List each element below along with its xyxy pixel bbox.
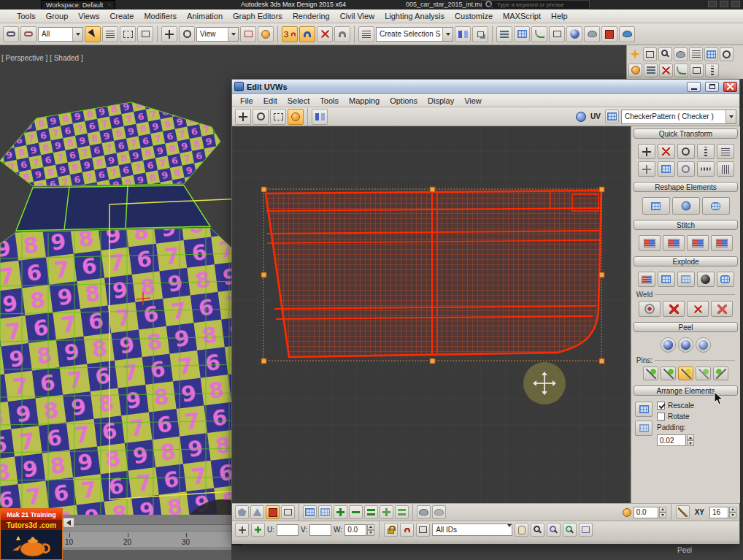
menu-customize[interactable]: Customize xyxy=(450,9,498,23)
command-panel-icon[interactable] xyxy=(689,47,703,61)
zoom-button[interactable] xyxy=(531,523,544,537)
uvw-menu-options[interactable]: Options xyxy=(385,94,423,107)
menu-views[interactable]: Views xyxy=(73,9,104,23)
w-spinner[interactable]: 0.0 xyxy=(344,524,374,536)
falloff-value[interactable]: 0.0 xyxy=(634,507,658,518)
help-icon[interactable] xyxy=(731,1,740,7)
workspace-dropdown[interactable]: Workspace: Default xyxy=(41,0,115,9)
command-panel-icon[interactable] xyxy=(628,64,642,77)
v-input[interactable] xyxy=(309,524,331,536)
named-selection-sets-dropdown[interactable]: Create Selection Se xyxy=(376,27,453,42)
weld-all-button[interactable] xyxy=(687,301,709,317)
menu-graph-editors[interactable]: Graph Editors xyxy=(228,9,288,23)
dropdown-arrow[interactable] xyxy=(228,28,238,41)
command-panel-icon[interactable] xyxy=(644,64,658,77)
select-object-button[interactable] xyxy=(85,26,101,42)
dropdown-arrow[interactable] xyxy=(72,28,82,41)
lock-selection-button[interactable] xyxy=(384,523,398,537)
pin-selected-button[interactable] xyxy=(661,367,676,380)
pan-button[interactable] xyxy=(515,523,528,537)
menu-create[interactable]: Create xyxy=(104,9,139,23)
paint-select-button[interactable] xyxy=(417,505,431,519)
weld-selected-button[interactable] xyxy=(663,301,685,317)
command-panel-icon[interactable] xyxy=(643,47,657,61)
zoom-extents-button[interactable] xyxy=(563,523,577,537)
soft-selection-falloff-button[interactable] xyxy=(250,505,264,519)
uvw-menu-file[interactable]: File xyxy=(235,94,258,107)
sync-selection-button[interactable] xyxy=(318,505,332,519)
uvw-move-button[interactable] xyxy=(235,109,251,125)
peel-reset-button[interactable] xyxy=(696,337,711,353)
curve-editor-button[interactable] xyxy=(531,26,547,42)
unlink-selection-button[interactable] xyxy=(20,26,36,42)
menu-tools[interactable]: Tools xyxy=(12,9,41,23)
axis-label[interactable]: XY xyxy=(692,507,707,518)
percent-snap-toggle-button[interactable] xyxy=(317,26,333,42)
rollout-header-explode[interactable]: Explode xyxy=(634,256,738,266)
menu-civil-view[interactable]: Civil View xyxy=(335,9,380,23)
rectangular-selection-region-button[interactable] xyxy=(120,26,136,42)
align-button[interactable] xyxy=(472,26,488,42)
render-setup-button[interactable] xyxy=(584,26,600,42)
stitch-source-button[interactable] xyxy=(663,235,685,251)
selection-filter-dropdown[interactable]: All xyxy=(38,27,83,42)
rendered-frame-window-button[interactable] xyxy=(601,26,617,42)
paint-select-add-button[interactable] xyxy=(432,505,446,519)
qt-space-v-button[interactable] xyxy=(697,161,715,177)
search-input[interactable] xyxy=(497,1,586,8)
snaps-toggle-button[interactable]: 3 xyxy=(282,26,298,42)
uvw-rotate-button[interactable] xyxy=(253,109,269,125)
command-panel-icon[interactable] xyxy=(705,64,719,77)
menu-maxscript[interactable]: MAXScript xyxy=(498,9,546,23)
select-by-name-button[interactable] xyxy=(102,26,118,42)
dropdown-arrow[interactable] xyxy=(507,524,512,535)
uvw-menu-mapping[interactable]: Mapping xyxy=(344,94,385,107)
schematic-view-button[interactable] xyxy=(549,26,565,42)
car-model[interactable]: 8 9 6 7 8 9 6 7 xyxy=(0,74,242,545)
window-crossing-button[interactable] xyxy=(137,26,153,42)
minimize-button[interactable] xyxy=(687,82,701,92)
select-and-move-button[interactable] xyxy=(161,26,177,42)
qt-align-h-button[interactable] xyxy=(717,144,734,159)
peel-mode-button[interactable] xyxy=(678,337,693,353)
flatten-custom-button[interactable] xyxy=(638,272,655,287)
grow-loop-button[interactable] xyxy=(380,505,393,519)
relax-button[interactable] xyxy=(672,197,700,215)
dropdown-arrow[interactable] xyxy=(725,110,736,123)
qt-space-h-button[interactable] xyxy=(697,144,715,159)
dialog-resize-grip[interactable] xyxy=(232,538,739,544)
select-and-link-button[interactable] xyxy=(3,26,19,42)
spinner-arrows[interactable] xyxy=(659,507,666,518)
qt-align-x-button[interactable] xyxy=(658,144,675,159)
brush-falloff-icon[interactable] xyxy=(623,508,631,517)
ribbon-toggle-button[interactable] xyxy=(514,26,530,42)
select-element-button[interactable] xyxy=(303,505,317,519)
uvw-freeform-button[interactable] xyxy=(288,109,304,125)
material-id-dropdown[interactable]: All IDs xyxy=(432,523,512,536)
pack-normalize-button[interactable] xyxy=(635,402,652,417)
command-panel-icon[interactable] xyxy=(658,47,672,61)
stitch-target-button[interactable] xyxy=(711,235,733,251)
edit-falloff-button[interactable] xyxy=(676,505,690,519)
dropdown-arrow[interactable] xyxy=(442,28,453,41)
menu-animation[interactable]: Animation xyxy=(182,9,228,23)
angle-snap-toggle-button[interactable] xyxy=(299,26,315,42)
uvw-menu-view[interactable]: View xyxy=(459,94,487,107)
falloff-spinner[interactable]: 0.0 xyxy=(634,507,666,518)
command-panel-icon[interactable] xyxy=(674,47,688,61)
light-icon[interactable] xyxy=(628,47,642,61)
select-and-rotate-button[interactable] xyxy=(179,26,195,42)
select-and-scale-button[interactable] xyxy=(240,26,256,42)
padding-value[interactable]: 0.02 xyxy=(657,434,686,446)
spinner-snap-toggle-button[interactable] xyxy=(334,26,350,42)
rotate-checkbox[interactable] xyxy=(657,413,665,421)
reference-coordinate-dropdown[interactable]: View xyxy=(196,27,239,42)
command-panel-icon[interactable] xyxy=(690,64,704,77)
spinner-arrows[interactable] xyxy=(729,507,736,518)
break-button[interactable] xyxy=(711,301,733,317)
flatten-face-button[interactable] xyxy=(677,272,695,287)
loop-selection-button[interactable] xyxy=(364,505,378,519)
qt-grid-button[interactable] xyxy=(658,161,675,177)
soft-selection-toggle-button[interactable] xyxy=(266,505,280,519)
absolute-mode-button[interactable] xyxy=(235,523,249,537)
